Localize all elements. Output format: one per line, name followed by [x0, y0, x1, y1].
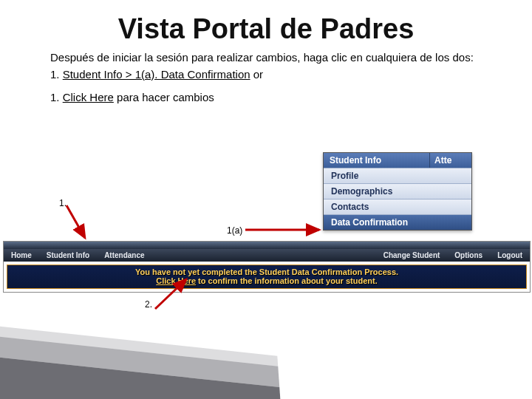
- navbar-row: Home Student Info Attendance Change Stud…: [4, 249, 530, 262]
- step-1-suffix: or: [250, 68, 264, 81]
- banner-click-here[interactable]: Click Here: [156, 276, 196, 285]
- dropdown-item-demographics[interactable]: Demographics: [324, 183, 471, 199]
- dropdown-item-profile[interactable]: Profile: [324, 168, 471, 183]
- nav-home[interactable]: Home: [4, 250, 39, 260]
- intro-text: Después de iniciar la sesión para realiz…: [50, 51, 488, 65]
- step-2-link: Click Here: [63, 91, 114, 103]
- nav-spacer: [152, 250, 376, 260]
- nav-logout[interactable]: Logout: [490, 250, 530, 260]
- nav-student-info[interactable]: Student Info: [39, 250, 97, 260]
- callout-label-1: 1.: [59, 198, 66, 208]
- nav-attendance[interactable]: Attendance: [97, 250, 151, 260]
- step-1-prefix: 1.: [50, 68, 63, 81]
- step-1: 1. Student Info > 1(a). Data Confirmatio…: [50, 68, 488, 81]
- step-2-prefix: 1.: [50, 91, 63, 103]
- callout-label-2: 2.: [145, 299, 152, 310]
- banner-line-2: Click Here to confirm the information ab…: [10, 276, 523, 285]
- nav-options[interactable]: Options: [447, 250, 490, 260]
- dropdown-header[interactable]: Student Info Atte: [324, 153, 471, 168]
- dropdown-item-data-confirmation[interactable]: Data Confirmation: [324, 214, 471, 230]
- banner-line-1: You have not yet completed the Student D…: [10, 267, 523, 276]
- step-2: 1. Click Here para hacer cambios: [50, 91, 488, 103]
- banner-line-2-suffix: to confirm the information about your st…: [196, 276, 378, 285]
- student-info-dropdown: Student Info Atte Profile Demographics C…: [323, 152, 472, 231]
- dropdown-item-contacts[interactable]: Contacts: [324, 199, 471, 214]
- dropdown-header-atte[interactable]: Atte: [430, 153, 471, 168]
- banner-wrap: You have not yet completed the Student D…: [4, 262, 530, 292]
- confirmation-banner: You have not yet completed the Student D…: [7, 265, 527, 289]
- step-2-suffix: para hacer cambios: [114, 91, 214, 103]
- dropdown-header-student-info[interactable]: Student Info: [324, 153, 430, 168]
- nav-change-student[interactable]: Change Student: [376, 250, 448, 260]
- navbar-gradient: [4, 242, 530, 249]
- decorative-wedge: [0, 323, 284, 399]
- arrow-1-icon: [66, 205, 85, 238]
- page-title: Vista Portal de Padres: [0, 13, 532, 45]
- portal-navbar: Home Student Info Attendance Change Stud…: [3, 241, 531, 293]
- callout-label-1a: 1(a): [227, 225, 242, 236]
- step-1-underline: Student Info > 1(a). Data Confirmation: [63, 68, 250, 81]
